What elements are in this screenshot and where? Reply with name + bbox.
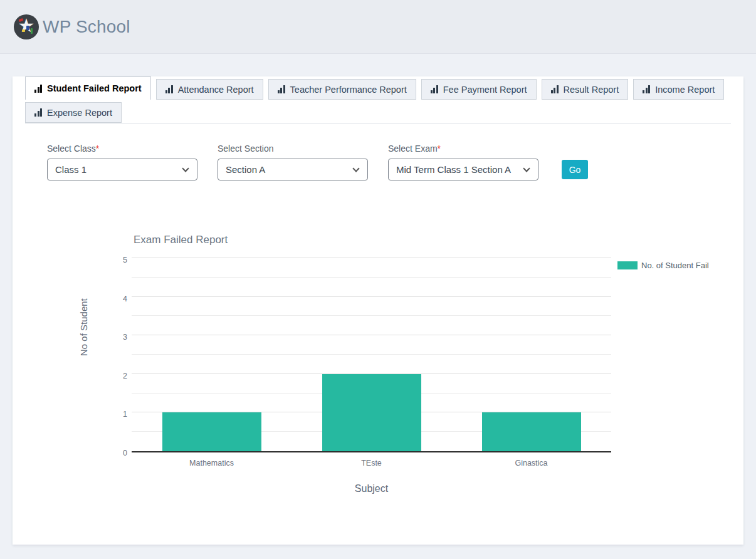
tab-label: Result Report bbox=[564, 85, 619, 95]
chevron-down-icon bbox=[352, 165, 359, 172]
exam-select-value: Mid Term Class 1 Section A bbox=[396, 164, 511, 175]
required-asterisk: * bbox=[96, 144, 99, 154]
report-tabs: Student Failed Report Attendance Report … bbox=[25, 76, 731, 123]
major-gridline bbox=[132, 335, 611, 335]
tab-result-report[interactable]: Result Report bbox=[542, 79, 629, 100]
required-asterisk: * bbox=[438, 144, 441, 154]
section-select[interactable]: Section A bbox=[218, 159, 368, 180]
bar-ginastica[interactable] bbox=[482, 412, 581, 451]
bar-teste[interactable] bbox=[322, 374, 421, 451]
y-tick-label: 2 bbox=[100, 372, 127, 380]
plot-area bbox=[132, 259, 611, 452]
y-tick-label: 4 bbox=[100, 295, 127, 303]
section-filter-group: Select Section Section A bbox=[218, 144, 368, 180]
tab-label: Fee Payment Report bbox=[443, 85, 527, 95]
tab-student-failed-report[interactable]: Student Failed Report bbox=[25, 76, 151, 100]
main-panel: Student Failed Report Attendance Report … bbox=[13, 76, 743, 545]
legend-swatch bbox=[617, 261, 638, 269]
x-tick-label: Ginastica bbox=[451, 459, 611, 468]
class-label: Select Class* bbox=[47, 144, 197, 154]
exam-label: Select Exam* bbox=[388, 144, 538, 154]
bar-chart-icon bbox=[643, 85, 650, 93]
bar-chart-icon bbox=[34, 85, 42, 93]
bar-mathematics[interactable] bbox=[162, 412, 261, 451]
bar-chart-icon bbox=[278, 85, 285, 93]
chevron-down-icon bbox=[182, 165, 189, 172]
y-tick-label: 3 bbox=[100, 333, 127, 342]
major-gridline bbox=[132, 296, 611, 297]
y-tick-label: 5 bbox=[100, 256, 127, 264]
tab-label: Income Report bbox=[655, 85, 715, 95]
y-axis-ticks: 012345 bbox=[100, 259, 127, 452]
minor-gridline bbox=[132, 277, 611, 278]
tab-teacher-performance-report[interactable]: Teacher Performance Report bbox=[268, 79, 416, 100]
x-tick-label: Mathematics bbox=[132, 459, 291, 468]
school-logo: ★ bbox=[14, 14, 39, 39]
brand-title: WP School bbox=[43, 17, 130, 37]
tab-label: Attendance Report bbox=[178, 85, 254, 95]
y-axis-title: No of Student bbox=[78, 298, 89, 356]
tab-fee-payment-report[interactable]: Fee Payment Report bbox=[421, 79, 537, 100]
major-gridline bbox=[132, 258, 611, 258]
chart-legend[interactable]: No. of Student Fail bbox=[617, 261, 709, 270]
tab-label: Teacher Performance Report bbox=[290, 85, 407, 95]
exam-select[interactable]: Mid Term Class 1 Section A bbox=[388, 159, 538, 180]
bar-chart-icon bbox=[431, 85, 438, 93]
y-tick-label: 0 bbox=[100, 449, 127, 457]
chart-title: Exam Failed Report bbox=[134, 234, 228, 246]
class-filter-group: Select Class* Class 1 bbox=[47, 144, 197, 180]
class-select[interactable]: Class 1 bbox=[47, 159, 197, 180]
exam-failed-chart: Exam Failed Report No of Student 012345 … bbox=[13, 234, 743, 509]
tab-attendance-report[interactable]: Attendance Report bbox=[156, 79, 263, 100]
tab-label: Student Failed Report bbox=[47, 83, 142, 93]
class-select-value: Class 1 bbox=[55, 164, 87, 175]
tab-expense-report[interactable]: Expense Report bbox=[25, 102, 122, 123]
section-label: Select Section bbox=[218, 144, 368, 154]
filter-bar: Select Class* Class 1 Select Section Sec… bbox=[47, 144, 743, 180]
go-button[interactable]: Go bbox=[562, 160, 588, 179]
tab-income-report[interactable]: Income Report bbox=[633, 79, 724, 100]
bar-chart-icon bbox=[551, 85, 559, 93]
bar-chart-icon bbox=[165, 85, 173, 93]
x-axis-ticks: MathematicsTEsteGinastica bbox=[132, 459, 611, 470]
legend-label: No. of Student Fail bbox=[641, 261, 709, 270]
app-header: ★ WP School bbox=[0, 0, 756, 54]
tab-label: Expense Report bbox=[47, 108, 112, 118]
section-select-value: Section A bbox=[226, 164, 265, 175]
chevron-down-icon bbox=[523, 165, 530, 172]
bar-chart-icon bbox=[34, 108, 42, 117]
x-axis-title: Subject bbox=[132, 483, 611, 494]
y-tick-label: 1 bbox=[100, 410, 127, 419]
minor-gridline bbox=[132, 315, 611, 316]
exam-filter-group: Select Exam* Mid Term Class 1 Section A bbox=[388, 144, 538, 180]
minor-gridline bbox=[132, 354, 611, 355]
x-tick-label: TEste bbox=[291, 459, 451, 468]
